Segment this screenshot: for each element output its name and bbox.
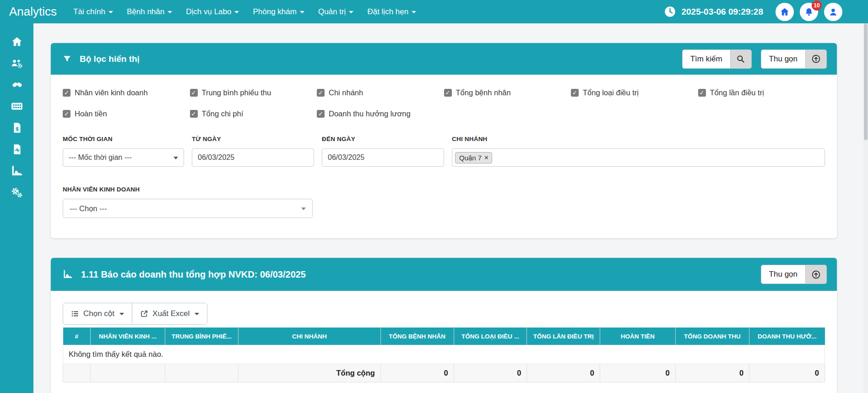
sidebar-item-reports[interactable] xyxy=(10,144,24,156)
search-label: Tìm kiếm xyxy=(683,50,730,68)
report-panel-title: 1.11 Báo cáo doanh thu tổng hợp NVKD: 06… xyxy=(81,269,306,280)
menu-tai-chinh[interactable]: Tài chính xyxy=(73,7,113,16)
to-date-label: ĐẾN NGÀY xyxy=(322,136,444,142)
grid-cells-icon xyxy=(11,101,23,114)
sidebar-item-services[interactable] xyxy=(10,79,24,92)
time-milestone-label: MỐC THỜI GIAN xyxy=(63,136,184,142)
to-date-input[interactable] xyxy=(322,148,444,167)
totals-cell xyxy=(63,364,91,382)
from-date-field-group: TỪ NGÀY xyxy=(192,136,314,167)
from-date-input[interactable] xyxy=(192,148,314,167)
column-header[interactable]: TỔNG LẦN ĐIỀU TRỊ xyxy=(527,328,600,345)
column-header[interactable]: TRUNG BÌNH PHIẾ... xyxy=(165,328,238,345)
checkbox-tong-benh-nhan[interactable]: ✓Tổng bệnh nhân xyxy=(444,88,571,97)
totals-value: 0 xyxy=(749,364,825,382)
user-profile-button[interactable] xyxy=(824,3,842,21)
chevron-down-icon xyxy=(108,11,113,13)
totals-value: 0 xyxy=(675,364,749,382)
totals-cell xyxy=(90,364,165,382)
collapse-filter-button[interactable]: Thu gọn xyxy=(761,49,827,69)
chevron-down-icon xyxy=(349,11,353,13)
notification-badge: 10 xyxy=(812,0,822,11)
column-header[interactable]: # xyxy=(63,328,91,345)
column-header[interactable]: NHÂN VIÊN KINH ... xyxy=(90,328,165,345)
report-header-actions: Thu gọn xyxy=(761,265,827,284)
home-icon xyxy=(780,7,790,17)
checkbox-tong-loai-dieu-tri[interactable]: ✓Tổng loại điều trị xyxy=(571,88,698,97)
choose-columns-button[interactable]: Chọn cột xyxy=(63,303,132,324)
arrow-circle-up-icon xyxy=(805,50,826,68)
report-table: # NHÂN VIÊN KINH ... TRUNG BÌNH PHIẾ... … xyxy=(63,328,825,382)
home-button[interactable] xyxy=(776,3,794,21)
notifications-button[interactable]: 10 xyxy=(800,3,818,21)
scrollbar-thumb[interactable] xyxy=(864,23,868,140)
chart-icon xyxy=(11,165,23,179)
brand-logo[interactable]: Analytics xyxy=(9,5,57,19)
menu-label: Phòng khám xyxy=(253,7,296,16)
filter-panel-body: ✓Nhân viên kinh doanh ✓Trung bình phiếu … xyxy=(51,75,837,238)
column-header[interactable]: TỔNG BỆNH NHÂN xyxy=(380,328,454,345)
sidebar-item-settings[interactable] xyxy=(10,187,24,199)
report-panel-header: 1.11 Báo cáo doanh thu tổng hợp NVKD: 06… xyxy=(51,258,837,291)
remove-tag-icon[interactable]: × xyxy=(484,154,488,161)
external-link-icon xyxy=(140,310,148,318)
column-header[interactable]: DOANH THU HƯỞ... xyxy=(749,328,825,345)
vertical-scrollbar[interactable] xyxy=(863,23,868,393)
chevron-down-icon xyxy=(195,313,199,315)
filter-funnel-icon xyxy=(63,55,71,63)
user-icon xyxy=(828,7,838,17)
sidebar-item-invoices[interactable]: $ xyxy=(10,122,24,135)
sales-staff-select[interactable]: --- Chọn --- xyxy=(63,199,313,218)
menu-quan-tri[interactable]: Quản trị xyxy=(318,7,353,16)
checkbox-trung-binh-phieu-thu[interactable]: ✓Trung bình phiếu thu xyxy=(190,88,317,97)
sales-staff-label: NHÂN VIÊN KINH DOANH xyxy=(63,186,825,193)
filter-panel: Bộ lọc hiển thị Tìm kiếm Thu gọn xyxy=(51,43,837,238)
checkbox-checked-icon: ✓ xyxy=(317,89,325,97)
checkbox-tong-chi-phi[interactable]: ✓Tổng chi phí xyxy=(190,109,317,118)
search-icon xyxy=(730,50,751,68)
sidebar-item-modules[interactable] xyxy=(10,101,24,113)
chevron-down-icon xyxy=(234,11,239,13)
column-header[interactable]: CHI NHÁNH xyxy=(238,328,380,345)
time-milestone-field-group: MỐC THỜI GIAN --- Mốc thời gian --- xyxy=(63,136,184,167)
current-datetime: 2025-03-06 09:29:28 xyxy=(681,7,763,17)
chevron-down-icon xyxy=(412,11,416,13)
column-header[interactable]: TỔNG DOANH THU xyxy=(675,328,749,345)
checkbox-checked-icon: ✓ xyxy=(63,110,71,118)
checkbox-nhan-vien-kinh-doanh[interactable]: ✓Nhân viên kinh doanh xyxy=(63,88,190,97)
checkbox-checked-icon: ✓ xyxy=(190,110,198,118)
menu-dat-lich-hen[interactable]: Đặt lịch hẹn xyxy=(367,7,416,16)
column-checkbox-grid: ✓Nhân viên kinh doanh ✓Trung bình phiếu … xyxy=(63,88,825,118)
export-excel-button[interactable]: Xuất Excel xyxy=(132,303,207,324)
navbar-right: 2025-03-06 09:29:28 10 xyxy=(664,3,861,21)
search-button[interactable]: Tìm kiếm xyxy=(682,49,752,69)
sales-staff-field-group: NHÂN VIÊN KINH DOANH --- Chọn --- xyxy=(63,186,825,218)
sidebar-item-analytics[interactable] xyxy=(10,165,24,178)
column-header[interactable]: TỔNG LOẠI ĐIỀU ... xyxy=(454,328,527,345)
empty-result-row: Không tìm thấy kết quả nào. xyxy=(63,345,825,364)
menu-benh-nhan[interactable]: Bệnh nhân xyxy=(127,7,172,16)
column-header[interactable]: HOÀN TIỀN xyxy=(600,328,676,345)
checkbox-checked-icon: ✓ xyxy=(444,89,452,97)
chevron-down-icon xyxy=(168,11,172,13)
sidebar-item-staff[interactable] xyxy=(10,58,24,70)
branch-multiselect[interactable]: Quận 7 × xyxy=(452,148,825,167)
chevron-down-icon xyxy=(119,313,124,315)
main-menu: Tài chính Bệnh nhân Dịch vụ Labo Phòng k… xyxy=(73,7,416,16)
filter-panel-title: Bộ lọc hiển thị xyxy=(80,54,140,64)
main-content: Bộ lọc hiển thị Tìm kiếm Thu gọn xyxy=(33,23,868,393)
checkbox-hoan-tien[interactable]: ✓Hoàn tiền xyxy=(63,109,190,118)
collapse-report-button[interactable]: Thu gọn xyxy=(761,265,827,284)
totals-value: 0 xyxy=(380,364,454,382)
checkbox-doanh-thu-huong-luong[interactable]: ✓Doanh thu hưởng lương xyxy=(317,109,444,118)
time-milestone-select[interactable]: --- Mốc thời gian --- xyxy=(63,148,184,167)
sidebar-item-home[interactable] xyxy=(10,36,24,49)
gears-icon xyxy=(11,186,23,200)
checkbox-tong-lan-dieu-tri[interactable]: ✓Tổng lần điều trị xyxy=(698,88,825,97)
menu-label: Bệnh nhân xyxy=(127,7,164,16)
menu-phong-kham[interactable]: Phòng khám xyxy=(253,7,304,16)
checkbox-chi-nhanh[interactable]: ✓Chi nhánh xyxy=(317,88,444,97)
checkbox-checked-icon: ✓ xyxy=(317,110,325,118)
menu-dich-vu-labo[interactable]: Dịch vụ Labo xyxy=(186,7,239,16)
branch-field-group: CHI NHÁNH Quận 7 × xyxy=(452,136,825,167)
